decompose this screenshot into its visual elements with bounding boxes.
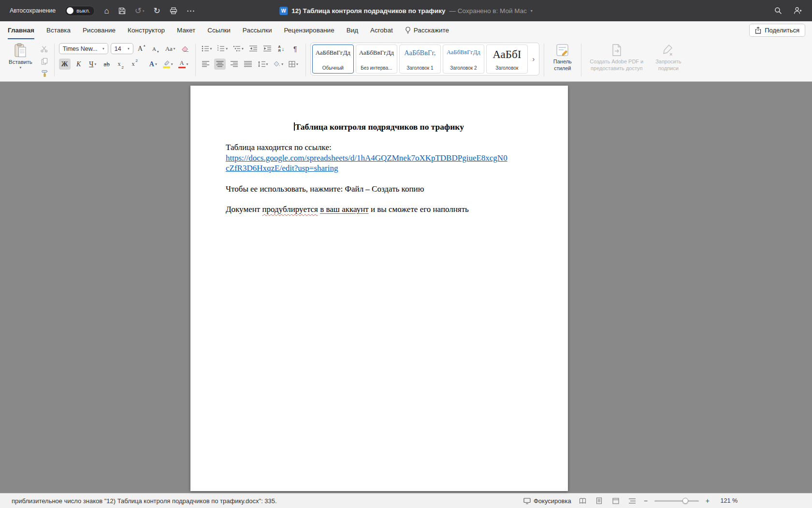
chevron-down-icon: ▾ bbox=[531, 9, 533, 13]
subscript-button[interactable]: x 2 bbox=[115, 59, 127, 70]
tab-retsenzirovanie[interactable]: Рецензирование bbox=[284, 21, 334, 39]
zoom-out-button[interactable]: − bbox=[644, 497, 648, 504]
focus-button[interactable]: Фокусировка bbox=[523, 497, 571, 505]
ribbon-tabs: Главная Вставка Рисование Конструктор Ма… bbox=[0, 21, 812, 39]
shrink-font-button[interactable]: А ▾ bbox=[150, 43, 161, 54]
change-case-button[interactable]: Аа ▾ bbox=[164, 43, 177, 54]
format-painter-button[interactable] bbox=[39, 68, 50, 78]
account-button[interactable] bbox=[794, 7, 802, 15]
autosave-toggle[interactable]: выкл. bbox=[65, 6, 95, 16]
font-size-select[interactable]: 14 ▾ bbox=[111, 43, 133, 54]
grow-font-button[interactable]: А ▴ bbox=[136, 43, 147, 54]
separator bbox=[195, 44, 196, 76]
tab-vstavka[interactable]: Вставка bbox=[46, 21, 71, 39]
cut-button[interactable] bbox=[39, 44, 50, 54]
numbering-button[interactable]: ▾ bbox=[216, 43, 229, 54]
triangle-up-icon: ▴ bbox=[144, 44, 145, 47]
style-card-zagolovok[interactable]: АаБбІ Заголовок bbox=[486, 45, 528, 74]
bold-button[interactable]: Ж bbox=[59, 59, 71, 70]
text-effects-button[interactable]: А ▾ bbox=[147, 59, 159, 70]
tab-glavnaya[interactable]: Главная bbox=[8, 21, 34, 39]
view-reading-button[interactable] bbox=[578, 496, 588, 506]
redo-button[interactable]: ↻ bbox=[154, 7, 160, 15]
clear-formatting-button[interactable] bbox=[179, 43, 191, 54]
increase-indent-button[interactable] bbox=[261, 43, 273, 54]
word-window: Автосохранение выкл. ⌂ ↺ ▾ ↻ ⋯ bbox=[0, 0, 812, 508]
styles-gallery: АаБбВвГгДд Обычный АаБбВвГгДд Без интерв… bbox=[310, 43, 539, 75]
font-color-button[interactable]: А ▾ bbox=[177, 59, 190, 70]
separator bbox=[544, 44, 544, 76]
view-outline-button[interactable] bbox=[627, 496, 637, 506]
undo-button[interactable]: ↺ ▾ bbox=[135, 7, 145, 15]
borders-icon bbox=[289, 61, 295, 67]
document-page[interactable]: Таблица контроля подрядчиков по трафику … bbox=[190, 86, 568, 491]
align-right-button[interactable] bbox=[228, 59, 240, 70]
bullets-button[interactable]: ▾ bbox=[200, 43, 214, 54]
view-web-layout-button[interactable] bbox=[611, 496, 621, 506]
zoom-in-button[interactable]: + bbox=[706, 497, 710, 504]
slider-thumb[interactable] bbox=[682, 498, 688, 504]
search-button[interactable] bbox=[774, 7, 782, 15]
style-card-obychnyi[interactable]: АаБбВвГгДд Обычный bbox=[312, 45, 354, 74]
tab-rassylki[interactable]: Рассылки bbox=[243, 21, 272, 39]
line-spacing-button[interactable]: ▾ bbox=[256, 59, 270, 70]
create-adobe-pdf-button[interactable]: Создать Adobe PDF и предоставить доступ bbox=[586, 42, 648, 74]
highlight-button[interactable]: ▾ bbox=[161, 59, 174, 70]
chevron-down-icon: ▾ bbox=[266, 62, 268, 66]
align-center-button[interactable] bbox=[214, 59, 226, 70]
zoom-slider[interactable] bbox=[654, 497, 699, 504]
show-marks-button[interactable]: ¶ bbox=[290, 43, 301, 54]
tab-acrobat[interactable]: Acrobat bbox=[370, 21, 393, 39]
align-left-button[interactable] bbox=[200, 59, 212, 70]
justify-button[interactable] bbox=[242, 59, 254, 70]
zoom-level[interactable]: 121 % bbox=[716, 497, 738, 504]
more-commands-button[interactable]: ⋯ bbox=[187, 7, 195, 15]
autosave-label: Автосохранение bbox=[10, 7, 56, 14]
superscript-button[interactable]: x 2 bbox=[129, 59, 141, 70]
chevron-down-icon: ▾ bbox=[242, 47, 244, 51]
view-print-layout-button[interactable] bbox=[594, 496, 604, 506]
line-spacing-icon bbox=[258, 61, 265, 67]
strikethrough-button[interactable]: ab bbox=[101, 59, 113, 70]
tab-risovanie[interactable]: Рисование bbox=[83, 21, 116, 39]
styles-pane-button[interactable]: Панель стилей bbox=[549, 42, 577, 74]
borders-button[interactable]: ▾ bbox=[287, 59, 300, 70]
tab-ssylki[interactable]: Ссылки bbox=[207, 21, 231, 39]
highlight-color-bar bbox=[163, 66, 170, 68]
decrease-indent-button[interactable] bbox=[247, 43, 259, 54]
character-count[interactable]: приблизительное число знаков "12) Таблиц… bbox=[12, 497, 277, 505]
request-signatures-button[interactable]: Запросить подписи bbox=[648, 42, 689, 74]
tab-vid[interactable]: Вид bbox=[347, 21, 358, 39]
save-icon bbox=[118, 7, 126, 15]
tab-konstruktor[interactable]: Конструктор bbox=[128, 21, 165, 39]
italic-button[interactable]: К bbox=[73, 59, 85, 70]
styles-gallery-more-button[interactable]: › bbox=[530, 45, 537, 74]
print-button[interactable] bbox=[170, 7, 177, 15]
lightbulb-icon bbox=[405, 27, 411, 34]
outline-view-icon bbox=[629, 498, 636, 504]
save-status: — Сохранено в: Мой Mac bbox=[450, 7, 527, 15]
scissors-icon bbox=[41, 45, 48, 53]
underline-button[interactable]: Ч ▾ bbox=[87, 59, 99, 70]
print-layout-icon bbox=[596, 497, 602, 504]
copy-button[interactable] bbox=[39, 56, 50, 66]
tab-rasskazhite[interactable]: Расскажите bbox=[405, 21, 449, 39]
spreadsheet-link[interactable]: https://docs.google.com/spreadsheets/d/1… bbox=[226, 153, 508, 173]
tab-maket[interactable]: Макет bbox=[177, 21, 195, 39]
font-name-select[interactable]: Times New... ▾ bbox=[59, 43, 108, 54]
shading-button[interactable]: ▾ bbox=[272, 59, 285, 70]
home-button[interactable]: ⌂ bbox=[104, 7, 109, 15]
sort-button[interactable]: А Я ↓ bbox=[276, 43, 287, 54]
share-icon bbox=[755, 27, 761, 34]
titlebar-title-group[interactable]: W 12) Таблица контроля подрадчиков по тр… bbox=[279, 0, 532, 21]
share-button[interactable]: Поделиться bbox=[749, 24, 805, 37]
align-left-icon bbox=[202, 61, 210, 67]
paste-button[interactable]: Вставить ▾ bbox=[5, 42, 36, 78]
multilevel-list-button[interactable]: ▾ bbox=[232, 43, 245, 54]
style-card-bez-intervala[interactable]: АаБбВвГгДд Без интерва... bbox=[356, 45, 397, 74]
titlebar: Автосохранение выкл. ⌂ ↺ ▾ ↻ ⋯ bbox=[0, 0, 812, 21]
bullet-list-icon bbox=[202, 45, 209, 52]
style-card-zagolovok-1[interactable]: АаБбВвГг, Заголовок 1 bbox=[399, 45, 441, 74]
style-card-zagolovok-2[interactable]: АаБбВвГгДд Заголовок 2 bbox=[443, 45, 484, 74]
save-button[interactable] bbox=[118, 7, 126, 15]
